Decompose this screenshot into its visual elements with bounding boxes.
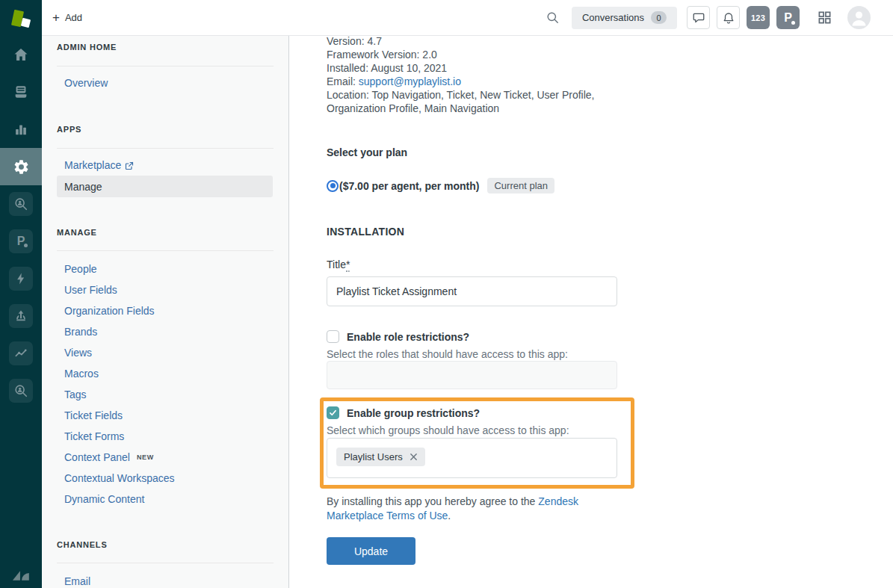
remove-tag-icon[interactable]	[410, 453, 418, 461]
sidebar-item-ticket-fields[interactable]: Ticket Fields	[64, 409, 123, 422]
update-button[interactable]: Update	[327, 537, 415, 565]
tickets-icon[interactable]	[0, 73, 42, 111]
group-restrictions-label: Enable group restrictions?	[347, 407, 480, 419]
sidebar-item-marketplace[interactable]: Marketplace	[64, 159, 134, 172]
user-search-icon-2[interactable]	[9, 379, 33, 403]
group-tag-label: Playlist Users	[344, 451, 403, 462]
app-settings-main: Version: 4.7 Framework Version: 2.0 Inst…	[290, 36, 893, 588]
section-title-apps: APPS	[57, 125, 81, 134]
sidebar-item-contextual-workspaces[interactable]: Contextual Workspaces	[64, 472, 175, 485]
apps-grid-icon[interactable]	[818, 10, 832, 25]
role-restrictions-row: Enable role restrictions?	[327, 330, 469, 343]
arrows-up-icon[interactable]	[9, 304, 33, 328]
required-asterisk: *	[346, 259, 350, 272]
sidebar-item-tags[interactable]: Tags	[64, 389, 87, 401]
group-restrictions-row: Enable group restrictions?	[327, 406, 480, 419]
conversations-button[interactable]: Conversations 0	[572, 7, 677, 29]
sidebar-item-email[interactable]: Email	[64, 575, 90, 588]
installed-date: Installed: August 10, 2021	[327, 61, 614, 75]
sidebar-item-user-fields[interactable]: User Fields	[64, 284, 117, 297]
reports-icon[interactable]	[0, 111, 42, 148]
plus-icon: +	[52, 11, 60, 24]
group-tag: Playlist Users	[336, 448, 425, 466]
conversations-count-badge: 0	[651, 11, 667, 24]
installation-heading: INSTALLATION	[327, 226, 404, 238]
conversations-label: Conversations	[582, 12, 644, 23]
sidebar-item-manage[interactable]: Manage	[57, 176, 273, 197]
app-info-block: Version: 4.7 Framework Version: 2.0 Inst…	[327, 34, 614, 115]
sidebar-item-overview[interactable]: Overview	[64, 77, 108, 90]
zendesk-logo	[0, 564, 42, 584]
automations-lightning-icon[interactable]	[9, 267, 33, 291]
section-title-manage: MANAGE	[57, 228, 97, 237]
add-button[interactable]: + Add	[52, 11, 82, 24]
home-icon[interactable]	[0, 36, 42, 73]
group-helper-text: Select which groups should have access t…	[327, 424, 569, 436]
sidebar-item-context-panel[interactable]: Context Panel NEW	[64, 451, 154, 464]
sidebar-item-brands[interactable]: Brands	[64, 326, 97, 338]
app-version: Version: 4.7	[327, 34, 614, 48]
title-input[interactable]	[327, 276, 617, 306]
role-select-input[interactable]	[327, 361, 617, 389]
plan-option-row: ($7.00 per agent, per month) Current pla…	[327, 178, 554, 194]
divider	[57, 563, 274, 563]
trends-icon[interactable]	[9, 341, 33, 365]
playlist-app-button[interactable]: P	[776, 6, 800, 29]
support-email-link[interactable]: support@myplaylist.io	[359, 75, 461, 87]
sidebar-item-views[interactable]: Views	[64, 347, 92, 359]
plan-option-label: ($7.00 per agent, per month)	[339, 180, 479, 192]
user-avatar[interactable]	[847, 6, 871, 29]
settings-icon[interactable]	[0, 148, 42, 185]
playlist-app-rail-icon[interactable]: P	[9, 229, 33, 253]
sidebar-item-ticket-forms[interactable]: Ticket Forms	[64, 430, 124, 443]
new-badge: NEW	[137, 451, 154, 464]
search-icon[interactable]	[546, 10, 560, 25]
title-field-label: Title*	[327, 259, 350, 270]
playlist-logo: P	[784, 12, 792, 24]
section-title-admin-home: ADMIN HOME	[57, 43, 117, 52]
numeric-app-badge[interactable]: 123	[747, 6, 770, 29]
sidebar-item-dynamic-content[interactable]: Dynamic Content	[64, 493, 144, 506]
checkmark-icon	[329, 409, 337, 417]
admin-nav-panel: ADMIN HOME Overview APPS Marketplace Man…	[42, 36, 289, 588]
external-link-icon	[125, 161, 134, 170]
role-restrictions-label: Enable role restrictions?	[347, 331, 469, 343]
framework-version: Framework Version: 2.0	[327, 48, 614, 61]
top-bar: + Add Conversations 0 123 P	[42, 0, 893, 36]
divider	[57, 250, 274, 251]
terms-text: By installing this app you hereby agree …	[327, 495, 619, 523]
group-restrictions-highlight: Enable group restrictions? Select which …	[320, 397, 634, 489]
plan-radio[interactable]	[327, 180, 339, 192]
group-select-input[interactable]: Playlist Users	[327, 438, 617, 478]
role-restrictions-checkbox[interactable]	[327, 330, 339, 343]
current-plan-badge: Current plan	[487, 178, 554, 194]
zendesk-products-logo[interactable]	[0, 0, 42, 36]
sidebar-item-macros[interactable]: Macros	[64, 368, 99, 380]
user-search-icon[interactable]	[9, 192, 33, 216]
role-helper-text: Select the roles that should have access…	[327, 348, 568, 360]
add-button-label: Add	[65, 12, 82, 23]
plan-heading: Select your plan	[327, 146, 407, 158]
group-restrictions-checkbox[interactable]	[327, 406, 339, 419]
notifications-bell-button[interactable]	[717, 6, 740, 29]
sidebar-item-organization-fields[interactable]: Organization Fields	[64, 305, 155, 318]
sidebar-item-people[interactable]: People	[64, 263, 97, 276]
chat-button[interactable]	[687, 6, 710, 29]
app-location: Location: Top Navigation, Ticket, New Ti…	[327, 88, 614, 115]
product-rail: P	[0, 0, 42, 588]
app-email-line: Email: support@myplaylist.io	[327, 75, 614, 88]
divider	[57, 66, 274, 66]
logo-white-shape	[20, 17, 30, 27]
section-title-channels: CHANNELS	[57, 540, 108, 549]
divider	[57, 148, 274, 149]
